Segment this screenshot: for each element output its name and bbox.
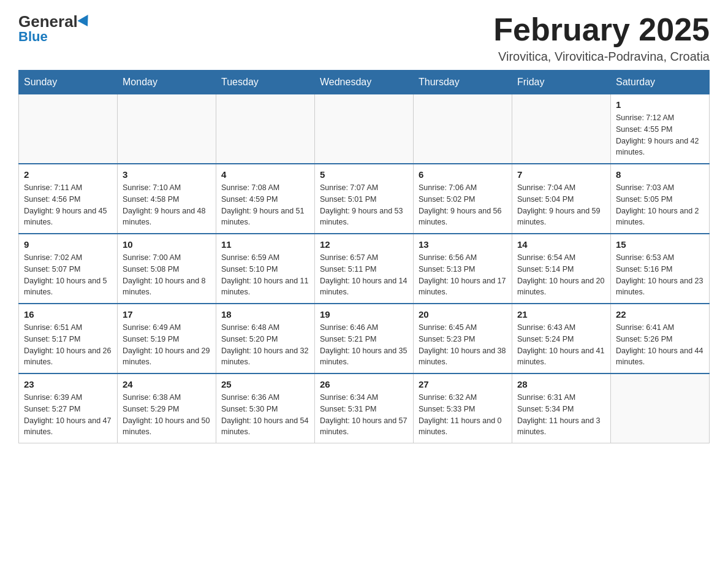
calendar-cell — [414, 94, 512, 164]
day-info: Sunrise: 7:10 AMSunset: 4:58 PMDaylight:… — [123, 182, 211, 228]
day-number: 8 — [616, 169, 704, 180]
day-info: Sunrise: 7:12 AMSunset: 4:55 PMDaylight:… — [616, 112, 704, 158]
day-number: 22 — [616, 309, 704, 320]
day-number: 12 — [320, 239, 408, 250]
day-number: 2 — [24, 169, 112, 180]
day-number: 4 — [221, 169, 309, 180]
calendar-cell: 21Sunrise: 6:43 AMSunset: 5:24 PMDayligh… — [512, 304, 611, 373]
day-info: Sunrise: 7:07 AMSunset: 5:01 PMDaylight:… — [320, 182, 408, 228]
title-section: February 2025 Virovitica, Virovitica-Pod… — [493, 12, 710, 64]
day-number: 19 — [320, 309, 408, 320]
calendar-cell: 17Sunrise: 6:49 AMSunset: 5:19 PMDayligh… — [118, 304, 216, 373]
day-info: Sunrise: 6:36 AMSunset: 5:30 PMDaylight:… — [221, 392, 309, 438]
calendar-table: SundayMondayTuesdayWednesdayThursdayFrid… — [18, 70, 710, 443]
day-info: Sunrise: 6:56 AMSunset: 5:13 PMDaylight:… — [419, 252, 507, 298]
day-info: Sunrise: 6:54 AMSunset: 5:14 PMDaylight:… — [517, 252, 605, 298]
calendar-cell: 22Sunrise: 6:41 AMSunset: 5:26 PMDayligh… — [611, 304, 710, 373]
calendar-cell: 24Sunrise: 6:38 AMSunset: 5:29 PMDayligh… — [118, 373, 216, 443]
calendar-cell: 3Sunrise: 7:10 AMSunset: 4:58 PMDaylight… — [118, 164, 216, 234]
calendar-cell — [19, 94, 118, 164]
day-info: Sunrise: 6:46 AMSunset: 5:21 PMDaylight:… — [320, 322, 408, 368]
day-number: 5 — [320, 169, 408, 180]
day-number: 17 — [123, 309, 211, 320]
weekday-header-saturday: Saturday — [611, 71, 710, 94]
day-number: 27 — [419, 379, 507, 389]
day-number: 26 — [320, 379, 408, 389]
weekday-header-thursday: Thursday — [414, 71, 512, 94]
day-number: 7 — [517, 169, 605, 180]
day-number: 24 — [123, 379, 211, 389]
day-info: Sunrise: 7:06 AMSunset: 5:02 PMDaylight:… — [419, 182, 507, 228]
day-info: Sunrise: 6:39 AMSunset: 5:27 PMDaylight:… — [24, 392, 112, 438]
calendar-cell: 19Sunrise: 6:46 AMSunset: 5:21 PMDayligh… — [315, 304, 414, 373]
day-number: 15 — [616, 239, 704, 250]
calendar-cell: 9Sunrise: 7:02 AMSunset: 5:07 PMDaylight… — [19, 234, 118, 304]
day-number: 14 — [517, 239, 605, 250]
day-info: Sunrise: 6:51 AMSunset: 5:17 PMDaylight:… — [24, 322, 112, 368]
calendar-cell: 14Sunrise: 6:54 AMSunset: 5:14 PMDayligh… — [512, 234, 611, 304]
logo-blue: Blue — [18, 29, 48, 45]
page-header: General Blue February 2025 Virovitica, V… — [18, 12, 710, 64]
day-number: 13 — [419, 239, 507, 250]
day-info: Sunrise: 6:48 AMSunset: 5:20 PMDaylight:… — [221, 322, 309, 368]
calendar-cell: 28Sunrise: 6:31 AMSunset: 5:34 PMDayligh… — [512, 373, 611, 443]
day-info: Sunrise: 6:34 AMSunset: 5:31 PMDaylight:… — [320, 392, 408, 438]
calendar-cell — [315, 94, 414, 164]
day-number: 18 — [221, 309, 309, 320]
calendar-cell: 10Sunrise: 7:00 AMSunset: 5:08 PMDayligh… — [118, 234, 216, 304]
calendar-cell: 1Sunrise: 7:12 AMSunset: 4:55 PMDaylight… — [611, 94, 710, 164]
page-title: February 2025 — [493, 12, 710, 47]
calendar-cell: 20Sunrise: 6:45 AMSunset: 5:23 PMDayligh… — [414, 304, 512, 373]
day-info: Sunrise: 6:57 AMSunset: 5:11 PMDaylight:… — [320, 252, 408, 298]
logo: General Blue — [18, 12, 91, 45]
day-number: 28 — [517, 379, 605, 389]
day-info: Sunrise: 7:04 AMSunset: 5:04 PMDaylight:… — [517, 182, 605, 228]
calendar-cell: 16Sunrise: 6:51 AMSunset: 5:17 PMDayligh… — [19, 304, 118, 373]
calendar-cell: 2Sunrise: 7:11 AMSunset: 4:56 PMDaylight… — [19, 164, 118, 234]
calendar-cell: 27Sunrise: 6:32 AMSunset: 5:33 PMDayligh… — [414, 373, 512, 443]
calendar-cell: 25Sunrise: 6:36 AMSunset: 5:30 PMDayligh… — [216, 373, 315, 443]
weekday-header-friday: Friday — [512, 71, 611, 94]
day-info: Sunrise: 6:49 AMSunset: 5:19 PMDaylight:… — [123, 322, 211, 368]
day-info: Sunrise: 7:08 AMSunset: 4:59 PMDaylight:… — [221, 182, 309, 228]
day-info: Sunrise: 6:45 AMSunset: 5:23 PMDaylight:… — [419, 322, 507, 368]
calendar-header-row: SundayMondayTuesdayWednesdayThursdayFrid… — [19, 71, 710, 94]
day-info: Sunrise: 6:32 AMSunset: 5:33 PMDaylight:… — [419, 392, 507, 438]
day-info: Sunrise: 6:38 AMSunset: 5:29 PMDaylight:… — [123, 392, 211, 438]
weekday-header-monday: Monday — [118, 71, 216, 94]
calendar-cell: 26Sunrise: 6:34 AMSunset: 5:31 PMDayligh… — [315, 373, 414, 443]
day-number: 20 — [419, 309, 507, 320]
day-info: Sunrise: 6:59 AMSunset: 5:10 PMDaylight:… — [221, 252, 309, 298]
weekday-header-sunday: Sunday — [19, 71, 118, 94]
calendar-cell — [216, 94, 315, 164]
day-number: 21 — [517, 309, 605, 320]
day-number: 25 — [221, 379, 309, 389]
calendar-cell: 7Sunrise: 7:04 AMSunset: 5:04 PMDaylight… — [512, 164, 611, 234]
day-number: 10 — [123, 239, 211, 250]
calendar-cell — [512, 94, 611, 164]
location-subtitle: Virovitica, Virovitica-Podravina, Croati… — [493, 50, 710, 64]
day-info: Sunrise: 6:43 AMSunset: 5:24 PMDaylight:… — [517, 322, 605, 368]
day-number: 16 — [24, 309, 112, 320]
calendar-cell: 6Sunrise: 7:06 AMSunset: 5:02 PMDaylight… — [414, 164, 512, 234]
calendar-cell: 11Sunrise: 6:59 AMSunset: 5:10 PMDayligh… — [216, 234, 315, 304]
day-info: Sunrise: 7:02 AMSunset: 5:07 PMDaylight:… — [24, 252, 112, 298]
day-number: 11 — [221, 239, 309, 250]
day-info: Sunrise: 6:41 AMSunset: 5:26 PMDaylight:… — [616, 322, 704, 368]
day-number: 23 — [24, 379, 112, 389]
calendar-cell: 15Sunrise: 6:53 AMSunset: 5:16 PMDayligh… — [611, 234, 710, 304]
calendar-cell: 12Sunrise: 6:57 AMSunset: 5:11 PMDayligh… — [315, 234, 414, 304]
calendar-cell: 13Sunrise: 6:56 AMSunset: 5:13 PMDayligh… — [414, 234, 512, 304]
day-info: Sunrise: 7:03 AMSunset: 5:05 PMDaylight:… — [616, 182, 704, 228]
weekday-header-tuesday: Tuesday — [216, 71, 315, 94]
day-number: 3 — [123, 169, 211, 180]
day-number: 6 — [419, 169, 507, 180]
day-info: Sunrise: 7:11 AMSunset: 4:56 PMDaylight:… — [24, 182, 112, 228]
calendar-cell: 8Sunrise: 7:03 AMSunset: 5:05 PMDaylight… — [611, 164, 710, 234]
calendar-cell: 18Sunrise: 6:48 AMSunset: 5:20 PMDayligh… — [216, 304, 315, 373]
day-number: 9 — [24, 239, 112, 250]
day-info: Sunrise: 6:31 AMSunset: 5:34 PMDaylight:… — [517, 392, 605, 438]
calendar-cell: 4Sunrise: 7:08 AMSunset: 4:59 PMDaylight… — [216, 164, 315, 234]
calendar-cell: 5Sunrise: 7:07 AMSunset: 5:01 PMDaylight… — [315, 164, 414, 234]
calendar-cell — [118, 94, 216, 164]
